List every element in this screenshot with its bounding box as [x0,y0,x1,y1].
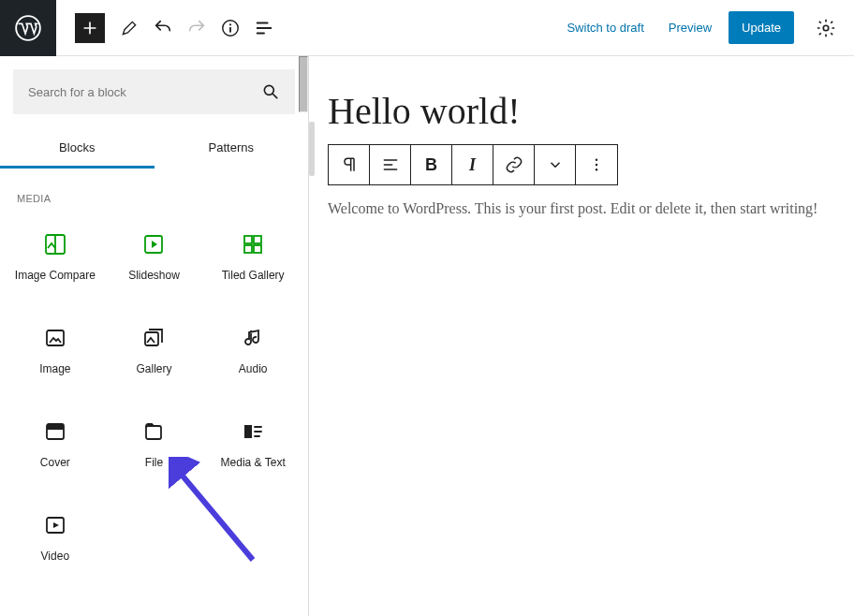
block-item-image[interactable]: Image [6,305,105,399]
block-item-gallery[interactable]: Gallery [105,305,204,399]
pencil-icon [120,19,139,37]
slideshow-icon [142,233,165,256]
post-title[interactable]: Hello world! [318,84,845,140]
tab-blocks[interactable]: Blocks [0,127,155,169]
inserter-scrollbar[interactable] [299,56,308,112]
block-item-video[interactable]: Video [6,492,105,586]
top-left-tools [0,0,281,55]
svg-rect-16 [146,426,161,439]
chevron-down-icon [547,156,564,173]
block-item-cover[interactable]: Cover [6,399,105,492]
svg-rect-9 [254,236,261,243]
more-rich-text-button[interactable] [535,145,576,184]
blocks-panel: MEDIA Image CompareSlideshowTiled Galler… [0,169,308,616]
block-item-audio[interactable]: Audio [203,305,302,399]
align-button[interactable] [370,145,411,184]
audio-icon [242,327,264,349]
block-item-label: Video [41,550,69,565]
cover-icon [44,420,66,443]
list-view-icon [254,18,274,38]
link-icon [505,155,523,174]
top-right-actions: Switch to draft Preview Update [559,0,854,55]
video-icon [44,514,66,536]
svg-rect-10 [244,245,252,253]
inserter-tabs: Blocks Patterns [0,127,308,169]
svg-point-5 [264,85,273,95]
italic-button[interactable]: I [452,145,493,184]
info-icon [220,18,241,38]
toggle-inserter-button[interactable] [75,13,105,43]
search-icon [261,82,280,101]
image-icon [44,327,66,349]
plus-icon [81,19,99,37]
bold-button[interactable]: B [411,145,452,184]
toolbar-group [56,0,281,55]
block-toolbar: B I [328,144,618,185]
post-paragraph[interactable]: Welcome to WordPress. This is your first… [318,197,845,217]
wordpress-logo-icon [15,15,41,41]
update-button[interactable]: Update [729,11,794,44]
switch-to-draft-button[interactable]: Switch to draft [559,21,651,35]
search-input[interactable] [28,85,229,99]
block-item-tiled-gallery[interactable]: Tiled Gallery [203,212,302,305]
svg-rect-17 [244,425,252,438]
svg-rect-12 [47,330,64,345]
block-item-label: Image Compare [15,269,96,284]
tab-patterns[interactable]: Patterns [155,127,309,169]
block-search[interactable] [13,69,295,114]
preview-button[interactable]: Preview [661,21,719,35]
undo-button[interactable] [146,6,180,51]
block-grid: Image CompareSlideshowTiled GalleryImage… [0,212,308,586]
svg-point-2 [229,23,231,25]
block-item-label: Tiled Gallery [222,269,285,284]
block-item-label: Audio [239,362,268,377]
block-item-label: Media & Text [221,456,286,471]
align-left-icon [381,155,400,174]
search-wrap [0,56,308,127]
svg-point-21 [596,169,597,170]
gear-icon [816,18,836,38]
outline-button[interactable] [247,6,281,51]
category-media: MEDIA [0,180,308,212]
block-inserter-panel: Blocks Patterns MEDIA Image CompareSlide… [0,56,309,616]
block-item-label: Gallery [136,362,171,377]
block-options-button[interactable] [576,145,617,184]
svg-point-20 [596,164,597,166]
editor-canvas[interactable]: Hello world! B I Welcome to [309,56,854,616]
block-item-label: File [145,456,163,471]
block-type-button[interactable] [329,145,370,184]
svg-rect-11 [254,245,261,253]
details-button[interactable] [214,6,247,51]
tools-button[interactable] [112,6,146,51]
block-item-label: Image [39,362,70,377]
block-item-image-compare[interactable]: Image Compare [6,212,105,305]
italic-icon: I [469,155,476,175]
svg-point-4 [823,25,829,31]
svg-point-19 [596,159,597,161]
block-item-media-text[interactable]: Media & Text [203,399,302,492]
title-selection-handle[interactable] [309,122,315,176]
bold-icon: B [425,155,437,175]
paragraph-icon [340,155,359,174]
block-item-label: Cover [40,456,70,471]
image-compare-icon [44,233,66,256]
svg-rect-3 [229,27,231,33]
file-icon [142,420,165,443]
undo-icon [153,18,173,38]
link-button[interactable] [493,145,535,184]
more-icon [588,156,605,173]
svg-rect-15 [47,424,64,430]
redo-button[interactable] [180,6,214,51]
editor-top-bar: Switch to draft Preview Update [0,0,854,56]
editor-main: Blocks Patterns MEDIA Image CompareSlide… [0,56,854,616]
block-item-slideshow[interactable]: Slideshow [105,212,204,305]
svg-rect-8 [244,236,252,243]
media-text-icon [242,420,264,443]
settings-button[interactable] [809,6,843,51]
tiled-gallery-icon [242,233,264,256]
block-item-file[interactable]: File [105,399,204,492]
gallery-icon [142,327,165,349]
redo-icon [186,18,207,38]
wordpress-logo[interactable] [0,0,56,56]
block-item-label: Slideshow [128,269,180,284]
